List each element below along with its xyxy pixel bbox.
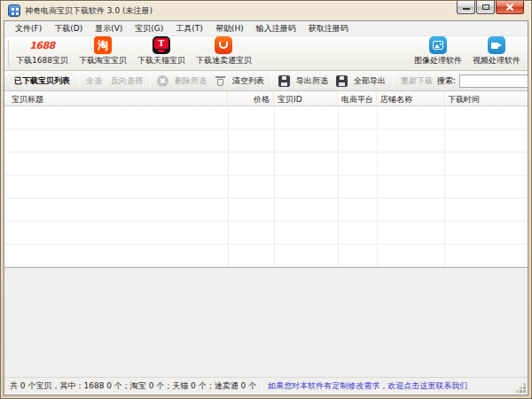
column-header-platform[interactable]: 电商平台 (338, 91, 377, 106)
column-header-time[interactable]: 下载时间 (444, 91, 528, 106)
search-input[interactable] (459, 74, 528, 88)
export-all-icon (336, 75, 348, 87)
search-area: 搜索: (437, 74, 528, 88)
download-taobao-button[interactable]: 淘 下载淘宝宝贝 (74, 37, 132, 69)
video-software-label: 视频处理软件 (473, 55, 520, 66)
menu-item-product[interactable]: 宝贝(G) (129, 21, 169, 36)
video-software-icon (488, 36, 505, 54)
maximize-button[interactable] (476, 1, 495, 14)
column-line (228, 106, 229, 267)
download-1688-label: 下载1688宝贝 (16, 55, 68, 66)
redownload-button[interactable]: 重新下载 (396, 73, 437, 90)
download-tmall-button[interactable]: T 下载天猫宝贝 (132, 37, 191, 69)
menu-view[interactable]: 显示(V) (89, 21, 129, 36)
1688-logo-icon: 1688 (33, 36, 51, 54)
window-title: 神奇电商宝贝下载软件 3.0 (未注册) (25, 5, 153, 17)
separator (271, 74, 272, 87)
menubar: 文件(F) 下载(D) 显示(V) 宝贝(G) 工具(T) 帮助(H) 输入注册… (4, 21, 528, 36)
image-software-label: 图像处理软件 (414, 55, 462, 66)
separator (393, 74, 394, 87)
column-line (444, 106, 445, 267)
resize-grip[interactable] (523, 390, 526, 393)
image-software-icon (429, 36, 447, 54)
menu-download[interactable]: 下载(D) (48, 21, 89, 36)
window-controls (456, 1, 524, 14)
clear-list-icon (215, 75, 226, 87)
separator (150, 74, 151, 87)
maximize-icon (482, 4, 489, 10)
invert-selection-button[interactable]: 反向选择 (106, 73, 147, 90)
export-selected-icon (278, 75, 290, 87)
menu-enter-regcode[interactable]: 输入注册码 (250, 21, 302, 36)
tmall-icon: T (153, 36, 170, 54)
statusbar: 共 0 个宝贝，其中：1688 0 个；淘宝 0 个；天猫 0 个；速卖通 0 … (4, 377, 528, 395)
main-toolbar: 1688 下载1688宝贝 淘 下载淘宝宝贝 T 下载天猫宝贝 下载速卖通宝贝 (4, 36, 528, 71)
separator (78, 74, 79, 87)
delete-selected-button[interactable]: 删除所选 (170, 73, 211, 90)
separator (262, 381, 262, 392)
app-icon (8, 4, 20, 17)
table-header: 宝贝标题 价格 宝贝ID 电商平台 店铺名称 下载时间 (4, 91, 528, 106)
delete-selected-icon (157, 75, 168, 87)
column-line (377, 106, 378, 267)
status-summary: 共 0 个宝贝，其中：1688 0 个；淘宝 0 个；天猫 0 个；速卖通 0 … (10, 380, 256, 392)
contact-us-link[interactable]: 如果您对本软件有定制修改需求，欢迎点击这里联系我们 (268, 380, 467, 392)
product-list[interactable] (4, 106, 528, 268)
download-aliexpress-button[interactable]: 下载速卖通宝贝 (191, 37, 257, 69)
column-header-shop[interactable]: 店铺名称 (377, 91, 444, 106)
select-all-button[interactable]: 全选 (82, 73, 106, 90)
toolbar-spacer (257, 37, 409, 69)
toolbar-grip (5, 41, 9, 66)
export-selected-button[interactable]: 导出所选 (292, 73, 332, 90)
video-software-button[interactable]: 视频处理软件 (467, 37, 526, 69)
minimize-button[interactable] (457, 1, 475, 14)
client-area: 文件(F) 下载(D) 显示(V) 宝贝(G) 工具(T) 帮助(H) 输入注册… (4, 20, 528, 395)
search-label: 搜索: (437, 75, 456, 87)
close-button[interactable] (496, 1, 524, 14)
menu-get-regcode[interactable]: 获取注册码 (302, 21, 355, 36)
image-software-button[interactable]: 图像处理软件 (409, 37, 467, 69)
column-line (274, 106, 275, 267)
aliexpress-icon (215, 36, 232, 54)
close-icon (505, 3, 514, 12)
column-header-title[interactable]: 宝贝标题 (4, 91, 228, 106)
menu-tools[interactable]: 工具(T) (169, 21, 209, 36)
list-toolbar: 已下载宝贝列表 全选 反向选择 删除所选 清空列表 导出所选 全部导出 重新下载… (4, 71, 528, 91)
menu-file[interactable]: 文件(F) (9, 21, 48, 36)
download-1688-button[interactable]: 1688 下载1688宝贝 (11, 37, 74, 69)
export-all-button[interactable]: 全部导出 (349, 73, 390, 90)
taobao-icon: 淘 (94, 36, 112, 54)
menu-help[interactable]: 帮助(H) (209, 21, 250, 36)
column-header-id[interactable]: 宝贝ID (274, 91, 338, 106)
clear-list-button[interactable]: 清空列表 (228, 73, 269, 90)
minimize-icon (463, 8, 470, 10)
download-taobao-label: 下载淘宝宝贝 (79, 55, 127, 66)
titlebar[interactable]: 神奇电商宝贝下载软件 3.0 (未注册) (1, 1, 531, 20)
download-tmall-label: 下载天猫宝贝 (137, 55, 185, 66)
column-header-price[interactable]: 价格 (228, 91, 274, 106)
download-aliexpress-label: 下载速卖通宝贝 (196, 55, 252, 66)
empty-panel (4, 268, 528, 377)
downloaded-list-title: 已下载宝贝列表 (14, 75, 70, 87)
app-window: 神奇电商宝贝下载软件 3.0 (未注册) 文件(F) 下载(D) 显示(V) 宝… (0, 0, 532, 399)
column-line (338, 106, 339, 267)
